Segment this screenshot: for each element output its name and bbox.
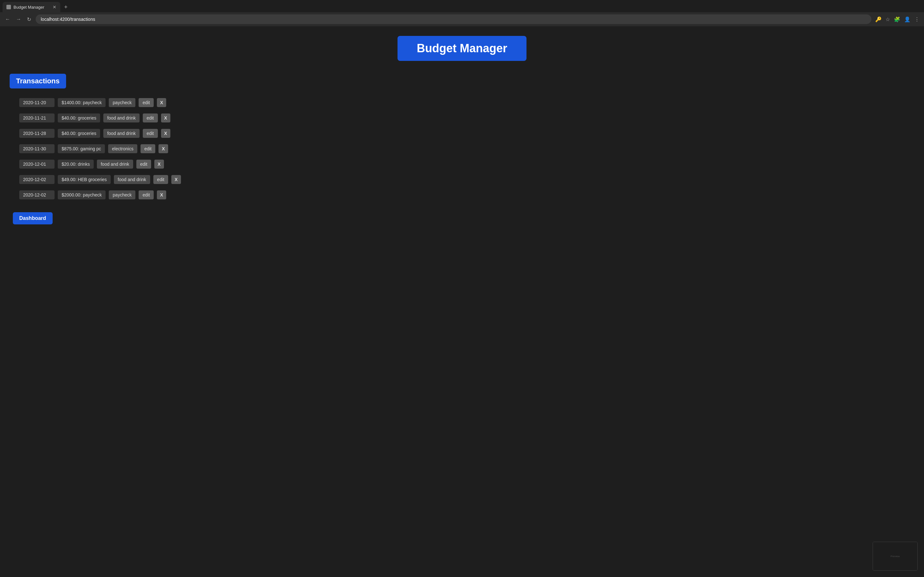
page-content: Budget Manager Transactions 2020-11-20 $… (0, 26, 924, 231)
tx-description-2: $40.00: groceries (58, 129, 100, 138)
tx-category-3: electronics (108, 144, 137, 153)
tx-category-0: paycheck (109, 98, 136, 107)
tx-description-4: $20.00: drinks (58, 160, 94, 169)
tx-description-0: $1400.00: paycheck (58, 98, 105, 107)
tx-delete-button-3[interactable]: X (158, 144, 168, 153)
key-icon: 🔑 (875, 16, 882, 23)
tab-close-button[interactable]: ✕ (53, 5, 57, 10)
tx-category-1: food and drink (103, 113, 140, 122)
transaction-item: 2020-12-02 $2000.00: paycheck paycheck e… (19, 190, 298, 199)
tx-date-5: 2020-12-02 (19, 175, 55, 184)
extension-icon: 🧩 (893, 16, 901, 23)
tx-description-1: $40.00: groceries (58, 113, 100, 122)
tx-description-3: $875.00: gaming pc (58, 144, 105, 153)
tx-delete-button-4[interactable]: X (154, 160, 164, 169)
url-input[interactable] (36, 15, 871, 24)
tx-edit-button-5[interactable]: edit (153, 175, 168, 184)
tx-category-5: food and drink (114, 175, 150, 184)
tx-delete-button-5[interactable]: X (171, 175, 181, 184)
tx-edit-button-0[interactable]: edit (139, 98, 153, 107)
tx-delete-button-6[interactable]: X (157, 190, 166, 199)
page-left: Transactions 2020-11-20 $1400.00: payche… (10, 74, 298, 224)
transactions-list: 2020-11-20 $1400.00: paycheck paycheck e… (10, 98, 298, 199)
tab-title: Budget Manager (13, 5, 44, 10)
tx-delete-button-1[interactable]: X (161, 113, 170, 122)
tx-delete-button-0[interactable]: X (157, 98, 166, 107)
tx-date-0: 2020-11-20 (19, 98, 55, 107)
transaction-item: 2020-11-20 $1400.00: paycheck paycheck e… (19, 98, 298, 107)
tx-date-4: 2020-12-01 (19, 160, 55, 169)
tx-date-6: 2020-12-02 (19, 190, 55, 199)
tab-favicon (6, 5, 11, 9)
dashboard-button[interactable]: Dashboard (13, 212, 53, 224)
tx-delete-button-2[interactable]: X (161, 129, 170, 138)
back-button[interactable]: ← (4, 15, 11, 23)
transaction-item: 2020-12-01 $20.00: drinks food and drink… (19, 160, 298, 169)
section-title: Transactions (10, 74, 66, 89)
address-bar-icons: 🔑 ☆ 🧩 👤 ⋮ (875, 16, 920, 23)
tx-edit-button-2[interactable]: edit (143, 129, 158, 138)
transaction-item: 2020-11-28 $40.00: groceries food and dr… (19, 129, 298, 138)
new-tab-button[interactable]: + (62, 4, 69, 11)
tx-category-2: food and drink (103, 129, 140, 138)
tx-category-6: paycheck (109, 190, 136, 199)
tx-edit-button-1[interactable]: edit (143, 113, 158, 122)
transaction-item: 2020-12-02 $49.00: HEB groceries food an… (19, 175, 298, 184)
tx-description-6: $2000.00: paycheck (58, 190, 105, 199)
tx-description-5: $49.00: HEB groceries (58, 175, 111, 184)
tx-category-4: food and drink (97, 160, 133, 169)
tx-date-2: 2020-11-28 (19, 129, 55, 138)
tx-date-1: 2020-11-21 (19, 113, 55, 122)
transaction-item: 2020-11-30 $875.00: gaming pc electronic… (19, 144, 298, 153)
star-icon[interactable]: ☆ (885, 16, 891, 23)
thumbnail-preview: Preview (873, 542, 918, 571)
menu-icon[interactable]: ⋮ (914, 16, 920, 23)
address-bar: ← → ↻ 🔑 ☆ 🧩 👤 ⋮ (0, 12, 924, 26)
tab-bar: Budget Manager ✕ + (0, 0, 924, 12)
tx-date-3: 2020-11-30 (19, 144, 55, 153)
reload-button[interactable]: ↻ (26, 15, 32, 24)
app-title-banner: Budget Manager (397, 36, 527, 61)
forward-button[interactable]: → (15, 15, 23, 23)
active-tab[interactable]: Budget Manager ✕ (3, 2, 60, 12)
tx-edit-button-4[interactable]: edit (136, 160, 152, 169)
tx-edit-button-3[interactable]: edit (141, 144, 156, 153)
tx-edit-button-6[interactable]: edit (139, 190, 153, 199)
browser-chrome: Budget Manager ✕ + ← → ↻ 🔑 ☆ 🧩 👤 ⋮ (0, 0, 924, 26)
profile-icon[interactable]: 👤 (903, 16, 911, 23)
transaction-item: 2020-11-21 $40.00: groceries food and dr… (19, 113, 298, 122)
